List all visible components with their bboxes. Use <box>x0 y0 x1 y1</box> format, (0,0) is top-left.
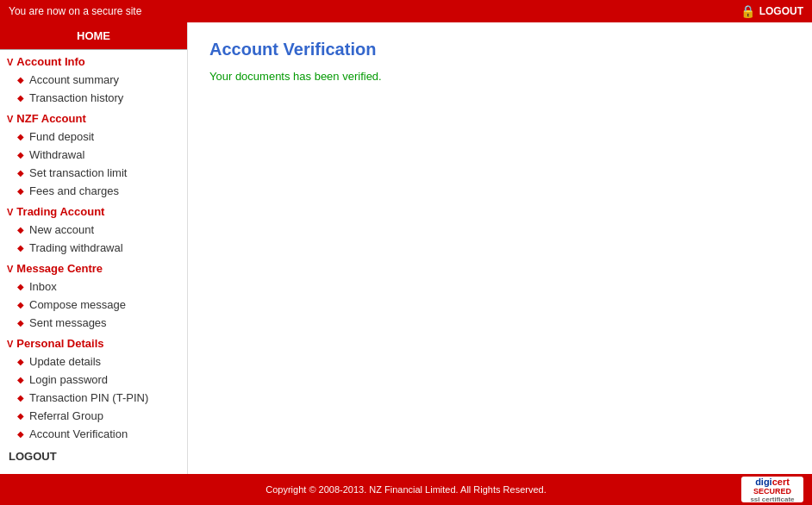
diamond-icon: ◆ <box>17 93 24 103</box>
sidebar-item-new-account[interactable]: ◆ New account <box>0 221 187 239</box>
nav-section-trading-account: V Trading Account <box>0 200 187 221</box>
chevron-icon: V <box>7 264 13 274</box>
sidebar-item-account-summary[interactable]: ◆ Account summary <box>0 71 187 89</box>
sidebar-item-withdrawal[interactable]: ◆ Withdrawal <box>0 146 187 164</box>
sidebar-item-trading-withdrawal[interactable]: ◆ Trading withdrawal <box>0 239 187 257</box>
diamond-icon: ◆ <box>17 225 24 234</box>
chevron-icon: V <box>7 339 13 349</box>
sidebar-item-inbox[interactable]: ◆ Inbox <box>0 277 187 296</box>
diamond-icon: ◆ <box>17 429 24 439</box>
nav-section-personal-details: V Personal Details <box>0 332 187 352</box>
sidebar-logout-button[interactable]: LOGOUT <box>0 443 187 470</box>
diamond-icon: ◆ <box>17 186 24 196</box>
nav-section-account-info: V Account Info <box>0 50 187 71</box>
footer: Copyright © 2008-2013. NZ Financial Limi… <box>0 474 812 505</box>
diamond-icon: ◆ <box>17 357 24 366</box>
digicert-badge: digicert SECURED ssl certificate <box>741 477 803 502</box>
sidebar-item-login-password[interactable]: ◆ Login password <box>0 371 187 389</box>
sidebar-item-referral-group[interactable]: ◆ Referral Group <box>0 407 187 425</box>
secure-site-text: You are now on a secure site <box>9 5 141 17</box>
diamond-icon: ◆ <box>17 393 24 402</box>
chevron-icon: V <box>7 114 13 124</box>
diamond-icon: ◆ <box>17 300 24 309</box>
diamond-icon: ◆ <box>17 150 24 159</box>
lock-icon: 🔒 <box>740 4 755 18</box>
nav-section-message-centre: V Message Centre <box>0 257 187 277</box>
sidebar-item-compose-message[interactable]: ◆ Compose message <box>0 296 187 314</box>
nav-section-nzf-account: V NZF Account <box>0 107 187 128</box>
sidebar-item-fees-and-charges[interactable]: ◆ Fees and charges <box>0 182 187 200</box>
success-message: Your documents has been verified. <box>209 70 790 83</box>
main-layout: HOME V Account Info ◆ Account summary ◆ … <box>0 22 812 474</box>
top-bar: You are now on a secure site 🔒 LOGOUT <box>0 0 812 22</box>
footer-copyright: Copyright © 2008-2013. NZ Financial Limi… <box>71 484 741 495</box>
sidebar-item-transaction-pin[interactable]: ◆ Transaction PIN (T-PIN) <box>0 389 187 407</box>
top-logout-button[interactable]: 🔒 LOGOUT <box>740 4 803 18</box>
home-link[interactable]: HOME <box>0 22 187 50</box>
sidebar-item-set-transaction-limit[interactable]: ◆ Set transaction limit <box>0 164 187 182</box>
sidebar-item-sent-messages[interactable]: ◆ Sent messages <box>0 314 187 332</box>
diamond-icon: ◆ <box>17 318 24 327</box>
page-title: Account Verification <box>209 40 790 59</box>
diamond-icon: ◆ <box>17 168 24 178</box>
diamond-icon: ◆ <box>17 75 24 84</box>
chevron-icon: V <box>7 57 13 67</box>
main-content: Account Verification Your documents has … <box>188 22 812 474</box>
diamond-icon: ◆ <box>17 243 24 253</box>
diamond-icon: ◆ <box>17 411 24 421</box>
chevron-icon: V <box>7 207 13 217</box>
diamond-icon: ◆ <box>17 282 24 291</box>
sidebar-item-update-details[interactable]: ◆ Update details <box>0 352 187 371</box>
diamond-icon: ◆ <box>17 132 24 141</box>
sidebar-item-account-verification[interactable]: ◆ Account Verification <box>0 425 187 443</box>
sidebar-item-transaction-history[interactable]: ◆ Transaction history <box>0 89 187 107</box>
sidebar: HOME V Account Info ◆ Account summary ◆ … <box>0 22 188 474</box>
sidebar-item-fund-deposit[interactable]: ◆ Fund deposit <box>0 128 187 146</box>
diamond-icon: ◆ <box>17 375 24 384</box>
